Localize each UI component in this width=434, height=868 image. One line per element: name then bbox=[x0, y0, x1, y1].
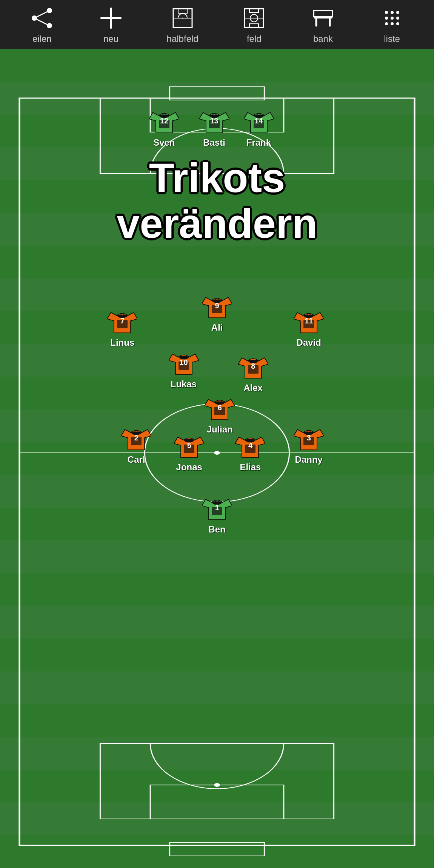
overlay-line1: Trikots bbox=[117, 155, 317, 200]
field-icon bbox=[241, 5, 267, 31]
svg-point-34 bbox=[214, 451, 220, 455]
player-ben[interactable]: 1 Ben bbox=[202, 492, 232, 535]
svg-line-3 bbox=[34, 11, 49, 18]
player-name-frank: Frank bbox=[246, 137, 271, 148]
toolbar-halffield[interactable]: halbfeld bbox=[167, 5, 199, 44]
player-name-carl: Carl bbox=[128, 454, 145, 465]
jersey-number-carl: 2 bbox=[134, 434, 139, 442]
jersey-elias: 4 bbox=[235, 430, 265, 460]
player-name-elias: Elias bbox=[240, 462, 261, 472]
player-julian[interactable]: 6 Julian bbox=[205, 392, 235, 435]
jersey-linus: 7 bbox=[107, 306, 137, 336]
player-elias[interactable]: 4 Elias bbox=[235, 430, 265, 472]
player-alex[interactable]: 8 Alex bbox=[238, 351, 268, 393]
svg-rect-38 bbox=[100, 743, 334, 819]
share-icon bbox=[29, 5, 55, 31]
player-name-jonas: Jonas bbox=[176, 462, 202, 472]
jersey-alex: 8 bbox=[238, 351, 268, 381]
svg-point-28 bbox=[385, 22, 388, 25]
pitch: Trikots verändern 12 Sven bbox=[0, 49, 434, 868]
svg-point-24 bbox=[396, 11, 399, 14]
jersey-frank: 14 bbox=[244, 106, 274, 136]
jersey-david: 11 bbox=[294, 306, 324, 336]
player-danny[interactable]: 3 Danny bbox=[294, 423, 324, 465]
toolbar: eilen neu halbfeld bbox=[0, 0, 434, 49]
jersey-number-ali: 9 bbox=[215, 302, 219, 310]
jersey-number-jonas: 5 bbox=[187, 441, 191, 450]
player-name-basti: Basti bbox=[203, 137, 225, 148]
jersey-carl: 2 bbox=[121, 423, 151, 453]
toolbar-field-label: feld bbox=[247, 34, 262, 44]
player-name-ben: Ben bbox=[208, 524, 225, 535]
player-name-danny: Danny bbox=[295, 454, 323, 465]
jersey-number-julian: 6 bbox=[218, 403, 222, 412]
player-david[interactable]: 11 David bbox=[294, 306, 324, 348]
svg-point-30 bbox=[396, 22, 399, 25]
svg-point-23 bbox=[391, 11, 394, 14]
player-name-linus: Linus bbox=[110, 337, 134, 348]
svg-rect-40 bbox=[170, 843, 265, 856]
player-frank[interactable]: 14 Frank bbox=[244, 106, 274, 148]
plus-icon bbox=[98, 5, 124, 31]
svg-rect-31 bbox=[20, 98, 415, 845]
svg-point-27 bbox=[396, 17, 399, 20]
svg-rect-37 bbox=[170, 87, 265, 100]
toolbar-new-label: neu bbox=[103, 34, 119, 44]
svg-rect-39 bbox=[150, 785, 284, 819]
player-basti[interactable]: 13 Basti bbox=[199, 106, 229, 148]
player-name-ali: Ali bbox=[211, 322, 223, 333]
player-name-julian: Julian bbox=[207, 424, 233, 435]
svg-point-41 bbox=[214, 187, 220, 191]
player-sven[interactable]: 12 Sven bbox=[149, 106, 179, 148]
jersey-julian: 6 bbox=[205, 392, 235, 423]
jersey-number-ben: 1 bbox=[215, 503, 219, 512]
toolbar-bench-label: bank bbox=[313, 34, 333, 44]
jersey-number-linus: 7 bbox=[120, 317, 125, 325]
jersey-number-basti: 13 bbox=[210, 117, 219, 125]
jersey-number-lukas: 10 bbox=[179, 358, 188, 367]
jersey-number-frank: 14 bbox=[254, 117, 263, 125]
jersey-number-david: 11 bbox=[305, 317, 313, 325]
toolbar-share[interactable]: eilen bbox=[29, 5, 55, 44]
player-ali[interactable]: 9 Ali bbox=[202, 291, 232, 333]
toolbar-share-label: eilen bbox=[32, 34, 52, 44]
halffield-icon bbox=[169, 5, 196, 31]
toolbar-field[interactable]: feld bbox=[241, 5, 267, 44]
jersey-basti: 13 bbox=[199, 106, 229, 136]
svg-line-4 bbox=[34, 18, 49, 26]
svg-rect-9 bbox=[178, 9, 187, 13]
player-name-alex: Alex bbox=[243, 383, 263, 393]
svg-point-42 bbox=[214, 783, 220, 787]
jersey-number-alex: 8 bbox=[251, 362, 255, 371]
bench-icon bbox=[310, 5, 336, 31]
player-name-david: David bbox=[297, 337, 321, 348]
overlay-line2: verändern bbox=[117, 200, 317, 246]
toolbar-list-label: liste bbox=[384, 34, 400, 44]
overlay-text: Trikots verändern bbox=[117, 155, 317, 246]
toolbar-new[interactable]: neu bbox=[98, 5, 124, 44]
jersey-number-danny: 3 bbox=[307, 434, 311, 442]
svg-point-29 bbox=[391, 22, 394, 25]
svg-point-26 bbox=[391, 17, 394, 20]
player-carl[interactable]: 2 Carl bbox=[121, 423, 151, 465]
svg-point-22 bbox=[385, 11, 388, 14]
jersey-lukas: 10 bbox=[169, 347, 199, 377]
jersey-number-elias: 4 bbox=[248, 441, 252, 450]
jersey-ben: 1 bbox=[202, 492, 232, 523]
list-icon bbox=[379, 5, 405, 31]
svg-point-25 bbox=[385, 17, 388, 20]
player-name-lukas: Lukas bbox=[171, 379, 197, 389]
toolbar-halffield-label: halbfeld bbox=[167, 34, 199, 44]
player-jonas[interactable]: 5 Jonas bbox=[174, 430, 204, 472]
jersey-number-sven: 12 bbox=[160, 117, 168, 125]
player-linus[interactable]: 7 Linus bbox=[107, 306, 137, 348]
toolbar-bench[interactable]: bank bbox=[310, 5, 336, 44]
player-lukas[interactable]: 10 Lukas bbox=[169, 347, 199, 389]
jersey-ali: 9 bbox=[202, 291, 232, 321]
toolbar-list[interactable]: liste bbox=[379, 5, 405, 44]
player-name-sven: Sven bbox=[153, 137, 175, 148]
svg-point-10 bbox=[182, 18, 183, 19]
jersey-sven: 12 bbox=[149, 106, 179, 136]
jersey-danny: 3 bbox=[294, 423, 324, 453]
jersey-jonas: 5 bbox=[174, 430, 204, 460]
